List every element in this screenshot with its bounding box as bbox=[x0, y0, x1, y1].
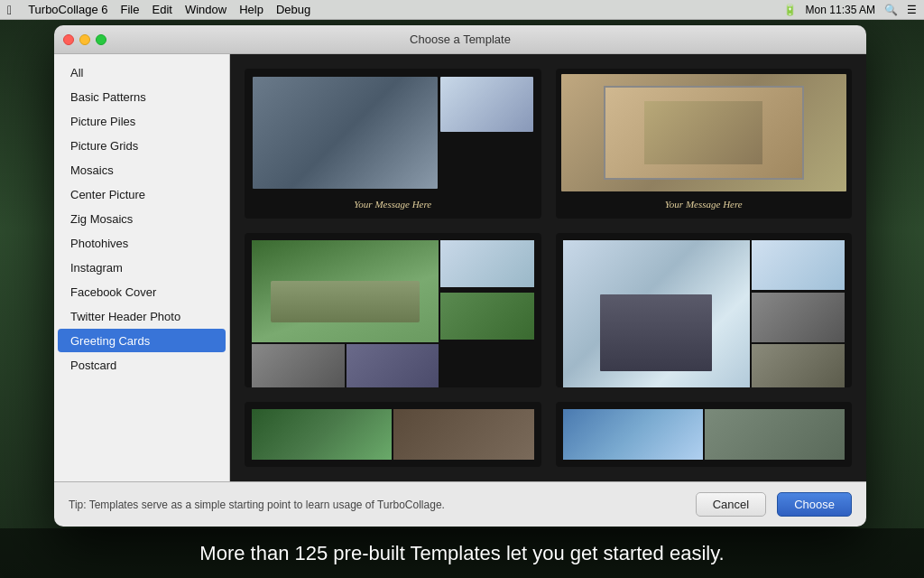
edit-menu[interactable]: Edit bbox=[152, 3, 171, 16]
photo-row-3 bbox=[252, 344, 439, 387]
apple-menu[interactable]:  bbox=[7, 3, 12, 17]
sidebar: All Basic Patterns Picture Piles Picture… bbox=[54, 54, 230, 481]
file-menu[interactable]: File bbox=[121, 3, 140, 16]
collage-2 bbox=[561, 74, 847, 191]
bottom-bar: Tip: Templates serve as a simple startin… bbox=[54, 481, 866, 527]
template-card-6[interactable] bbox=[556, 402, 853, 467]
bottom-tagline-strip: More than 125 pre-built Templates let yo… bbox=[0, 528, 924, 578]
old-photo bbox=[604, 86, 804, 180]
close-button[interactable] bbox=[63, 34, 74, 45]
card-inner-5 bbox=[245, 402, 541, 467]
photo-mountain-main bbox=[252, 240, 439, 342]
template-chooser-dialog: Choose a Template All Basic Patterns Pic… bbox=[54, 25, 866, 527]
card-inner-2: Your Message Here bbox=[556, 69, 853, 219]
photo-small-3d bbox=[346, 344, 439, 387]
photo-forest-2 bbox=[393, 409, 533, 460]
menubar-left:  TurboCollage 6 File Edit Window Help D… bbox=[7, 3, 783, 17]
photo-small-4b bbox=[752, 293, 845, 342]
template-card-5[interactable] bbox=[245, 402, 541, 467]
sidebar-item-photohives[interactable]: Photohives bbox=[58, 231, 226, 255]
photo-sky-1 bbox=[563, 409, 703, 460]
sidebar-item-twitter-header[interactable]: Twitter Header Photo bbox=[58, 304, 226, 328]
tip-text: Tip: Templates serve as a simple startin… bbox=[69, 499, 685, 511]
cancel-button[interactable]: Cancel bbox=[696, 492, 766, 517]
clock: Mon 11:35 AM bbox=[806, 4, 875, 16]
template-card-3[interactable]: Your Message Here bbox=[245, 233, 541, 387]
help-menu[interactable]: Help bbox=[239, 3, 263, 16]
card-inner-3: Your Message Here bbox=[245, 233, 541, 387]
window-menu[interactable]: Window bbox=[185, 3, 226, 16]
card-message-2: Your Message Here bbox=[561, 195, 847, 213]
collage-5 bbox=[250, 407, 536, 461]
photo-small-1a bbox=[440, 77, 533, 132]
dialog-title: Choose a Template bbox=[410, 33, 511, 46]
photo-snow-main bbox=[563, 240, 750, 387]
sidebar-item-facebook-cover[interactable]: Facebook Cover bbox=[58, 280, 226, 303]
sidebar-item-postcard[interactable]: Postcard bbox=[58, 353, 226, 377]
control-center-icon[interactable]: ☰ bbox=[907, 4, 917, 16]
template-grid: Your Message Here Your Message Here bbox=[230, 54, 866, 481]
template-card-2[interactable]: Your Message Here bbox=[556, 69, 853, 219]
search-icon[interactable]: 🔍 bbox=[884, 4, 898, 16]
sidebar-item-greeting-cards[interactable]: Greeting Cards bbox=[58, 329, 226, 352]
app-name-menu[interactable]: TurboCollage 6 bbox=[28, 3, 107, 16]
old-photo-inner bbox=[644, 101, 762, 164]
sidebar-item-center-picture[interactable]: Center Picture bbox=[58, 182, 226, 206]
sidebar-item-picture-piles[interactable]: Picture Piles bbox=[58, 109, 226, 133]
photo-small-4a bbox=[752, 240, 845, 290]
card-inner-6 bbox=[556, 402, 853, 467]
collage-1 bbox=[250, 74, 536, 191]
maximize-button[interactable] bbox=[96, 34, 106, 45]
bottom-tagline: More than 125 pre-built Templates let yo… bbox=[199, 542, 724, 565]
card-message-1: Your Message Here bbox=[250, 195, 536, 213]
collage-6 bbox=[561, 407, 847, 461]
photo-main-1 bbox=[253, 77, 438, 189]
collage-3 bbox=[250, 238, 536, 387]
photo-sky-2 bbox=[705, 409, 845, 460]
card-inner-1: Your Message Here bbox=[245, 69, 541, 219]
dialog-titlebar: Choose a Template bbox=[54, 25, 866, 54]
traffic-lights bbox=[63, 34, 106, 45]
menubar-right: 🔋 Mon 11:35 AM 🔍 ☰ bbox=[783, 4, 917, 16]
choose-button[interactable]: Choose bbox=[777, 492, 852, 517]
menubar:  TurboCollage 6 File Edit Window Help D… bbox=[0, 0, 924, 20]
photo-small-4c bbox=[752, 344, 845, 387]
sidebar-item-all[interactable]: All bbox=[58, 61, 226, 84]
photo-forest-1 bbox=[252, 409, 392, 460]
path-overlay bbox=[271, 281, 420, 322]
sidebar-item-instagram[interactable]: Instagram bbox=[58, 256, 226, 279]
couple-overlay bbox=[600, 294, 712, 372]
sidebar-item-zig-mosaics[interactable]: Zig Mosaics bbox=[58, 207, 226, 230]
photo-stack-1 bbox=[440, 77, 533, 189]
debug-menu[interactable]: Debug bbox=[276, 3, 310, 16]
sidebar-item-basic-patterns[interactable]: Basic Patterns bbox=[58, 85, 226, 108]
template-card-4[interactable]: Your Message Here bbox=[556, 233, 853, 387]
template-card-1[interactable]: Your Message Here bbox=[245, 69, 541, 219]
sidebar-item-mosaics[interactable]: Mosaics bbox=[58, 158, 226, 182]
dialog-body: All Basic Patterns Picture Piles Picture… bbox=[54, 54, 866, 481]
battery-icon: 🔋 bbox=[783, 4, 797, 16]
photo-small-3a bbox=[440, 240, 534, 287]
collage-4 bbox=[561, 238, 847, 387]
card-inner-4: Your Message Here bbox=[556, 233, 853, 387]
photo-small-1b bbox=[440, 135, 533, 190]
sidebar-item-picture-grids[interactable]: Picture Grids bbox=[58, 134, 226, 157]
minimize-button[interactable] bbox=[79, 34, 90, 45]
photo-small-3b bbox=[440, 293, 534, 340]
photo-small-3c bbox=[252, 344, 345, 387]
